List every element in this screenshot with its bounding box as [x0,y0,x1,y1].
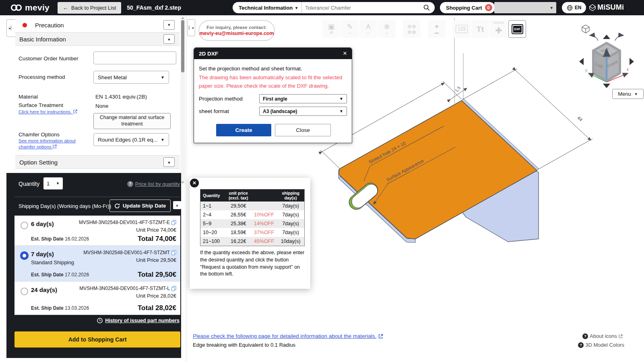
precaution-row[interactable]: Precaution ▼ [15,18,180,33]
text-annotation-icon[interactable]: Tt [471,20,489,38]
engrave-icon[interactable]: ✦▬ [428,20,446,38]
misumi-logo[interactable]: MiSUMi [589,3,624,12]
history-link[interactable]: History of issued part numbers [97,318,180,323]
shipping-collapse-button[interactable]: ▲ [173,201,181,209]
processing-method-select[interactable]: Sheet Metal ▼ [93,71,169,84]
help-icon: ? [582,333,588,339]
viewer-area: ▏◂ For inquiry, please contact: meviy-eu… [186,15,644,362]
model-colors-link[interactable]: ? 3D Model Colors [578,342,624,348]
radio-button[interactable] [21,288,28,295]
search-input[interactable] [302,5,423,11]
change-material-button[interactable]: Change material and surface treatment [93,113,171,129]
shipping-option-24-days[interactable]: 24 day(s) MVSHM-3N02548-DEV001-4F7-STZMT… [14,282,180,315]
quantity-label: Quantity [19,181,39,187]
popup-close-icon[interactable]: ✕ [190,179,199,187]
contact-email[interactable]: meviy-eu@misumi-europe.com [199,31,274,36]
projection-method-select[interactable]: First angle ▼ [259,94,347,103]
chevron-down-icon: ▾ [550,5,553,10]
option-setting-collapse-button[interactable]: ▲ [163,157,175,167]
est-ship-date: Est. Ship Date 16.02.2026 [31,236,89,242]
table-row: 5~925,38€ 14%OFF7day(s) [200,219,305,228]
customer-order-label: Customer Order Number [19,56,78,62]
meviy-logo[interactable]: meviy [10,3,50,12]
sheet-format-select[interactable]: A3 (landscape) ▼ [259,107,347,116]
chevron-down-icon: ▼ [339,109,343,113]
shipping-days-header: Shipping Day(s) (Working days (Mo-Fr)) [19,203,111,209]
radio-button-selected[interactable] [21,252,28,259]
text-dimension-icon[interactable]: A↔ [359,20,377,38]
customer-order-input[interactable] [93,51,176,64]
shipping-option-6-days[interactable]: 6 day(s) MVSHM-3N02548-DEV001-4F7-STZMT-… [14,216,180,246]
basic-information-header[interactable]: Basic Information ▲ [15,32,180,46]
table-row: 21~10016,22€ 45%OFF10day(s) [200,237,305,246]
dialog-body: Set the projection method and sheet form… [194,59,352,143]
scroll-up-arrow[interactable]: ▲ [180,16,185,20]
file-name: 50_FAsm_dxf 2.step [127,4,181,11]
external-link-icon [53,144,57,148]
chamfer-options-select[interactable]: Round Edges (0.1R eq... ▼ [93,133,169,146]
dxf-download-icon[interactable]: DXF [508,20,526,38]
replace-shape-icon[interactable]: ▣⇄ [322,20,340,38]
search-icon[interactable] [423,4,430,11]
sidebar-scrollbar[interactable]: ▲ ▼ [180,16,185,184]
table-row: 2~426,55€ 10%OFF7day(s) [200,210,305,219]
chamfer-options-label: Chamfer Options [19,132,60,138]
six-views-icon[interactable]: 6VIEWS ✚ [490,20,508,38]
radio-button[interactable] [21,222,28,229]
project-dropdown[interactable]: ▾ [494,2,556,13]
material-value: EN 1.4301 equiv.(2B) [95,94,147,100]
shipping-method: Standard Shipping [31,259,74,265]
top-bar: meviy ← Back to Project List 50_FAsm_dxf… [0,0,644,15]
material-label: Material [19,94,38,100]
about-icons-link[interactable]: ? About icons [582,333,623,339]
scrollbar-thumb[interactable] [181,20,184,72]
precaution-expand-button[interactable]: ▼ [163,20,175,30]
create-button[interactable]: Create [216,124,271,136]
measure-icon[interactable]: 123 [453,20,471,38]
dialog-warning: The drawing has been automatically scale… [199,73,347,90]
chevron-down-icon: ▼ [634,92,638,96]
chevron-down-icon: ▼ [161,138,165,142]
chamfer-info-link[interactable]: See more information about chamfer optio… [19,138,79,150]
shopping-cart-button[interactable]: Shopping Cart 0 [440,2,495,13]
surface-treatment-label: Surface Treatment [19,102,63,108]
instructions-link[interactable]: Click here for instructions. [19,109,77,115]
close-button[interactable]: Close [275,124,331,136]
back-to-project-list-button[interactable]: ← Back to Project List [58,2,121,14]
option-setting-header[interactable]: Option Setting ▲ [15,155,180,169]
precaution-alert-dot [23,23,27,27]
basic-information-collapse-button[interactable]: ▲ [163,34,175,44]
surface-treatment-value: None [95,103,108,109]
inquiry-contact-bubble: For inquiry, please contact: meviy-eu@mi… [198,20,275,41]
part-number: MVSHM-3N02548-DEV001-4F7-STZMT-E [79,220,170,225]
hole-group-icon[interactable]: ⊕⊕⊕⊕ [403,20,421,38]
add-to-shopping-cart-button[interactable]: Add to Shopping Cart [14,331,180,348]
precaution-label: Precaution [35,22,64,29]
clock-icon [97,318,103,323]
shipping-option-7-days-selected[interactable]: 7 day(s) Standard Shipping MVSHM-3N02548… [14,246,180,282]
viewer-menu-button[interactable]: Menu ▼ [612,89,644,99]
copy-icon[interactable] [171,250,176,255]
language-selector[interactable]: EN [562,2,586,13]
meviy-app: 100.5 44 1.5 Slotted hole 24 × 10 Surfac… [0,0,644,362]
dialog-header: 2D DXF × [194,48,352,59]
table-row: 1~129,50€ 7day(s) [200,202,305,210]
materials-info-link[interactable]: Please check the following page for deta… [193,333,383,339]
close-icon[interactable]: × [343,49,347,58]
projection-method-label: Projection method [199,96,259,102]
unit-price: Unit Price 74,00€ [136,227,176,233]
price-list-link[interactable]: ? Price list by quantity [127,181,180,187]
edge-breaking-note: Edge breaking with Equivalent to 0.1 Rad… [193,342,295,348]
est-ship-date: Est. Ship Date 17.02.2026 [31,272,89,278]
quantity-select[interactable]: 1 ▼ [43,177,63,189]
edit-dimension-icon[interactable]: ✎↔ [341,20,359,38]
copy-icon[interactable] [171,286,176,291]
search-category-dropdown[interactable]: Technical Information ▾ [233,2,302,13]
delete-dimension-icon[interactable]: ⊗↔ [378,20,396,38]
sidebar-collapse-handle[interactable]: ▸▏ [6,19,16,37]
processing-method-label: Processing method [19,74,65,80]
price-list-popup: ✕ Quantity unit price(excl. tax) shippin… [190,178,310,289]
copy-icon[interactable] [171,220,176,225]
panel-collapse-handle[interactable]: ▏◂ [187,19,195,36]
update-ship-date-button[interactable]: Update Ship Date [109,200,171,212]
